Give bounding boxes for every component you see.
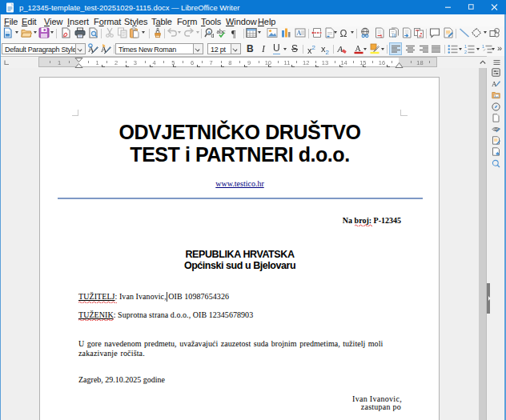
svg-text:A: A <box>492 80 497 88</box>
svg-text:1: 1 <box>464 44 467 49</box>
svg-text:2: 2 <box>464 50 467 54</box>
svg-text:Ω: Ω <box>339 28 347 39</box>
svg-text:¶: ¶ <box>231 28 236 39</box>
svg-text:A: A <box>296 30 301 37</box>
svg-text:1: 1 <box>482 44 484 49</box>
svg-text:a: a <box>207 30 211 34</box>
svg-text:abc: abc <box>217 28 227 35</box>
svg-text:[i]: [i] <box>392 33 396 38</box>
svg-text:d: d <box>211 33 214 38</box>
svg-text:A: A <box>337 44 343 54</box>
svg-text:1: 1 <box>380 34 383 38</box>
svg-text:A: A <box>355 44 362 53</box>
